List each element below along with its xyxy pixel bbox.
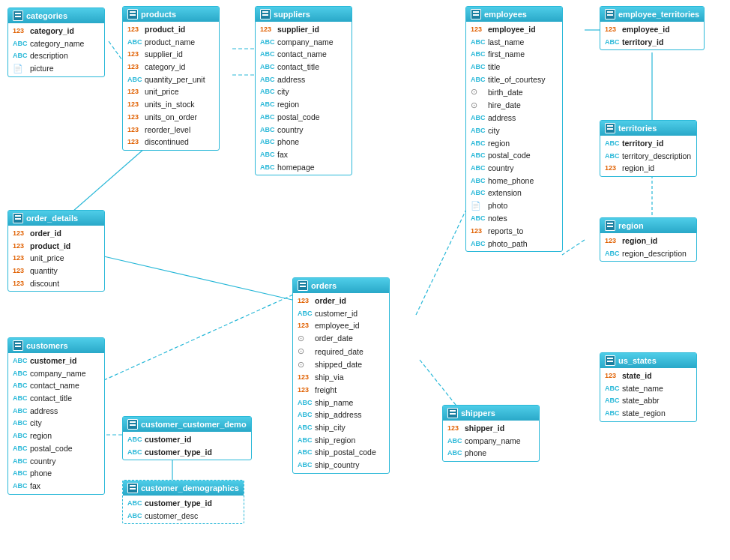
table-order_details: order_details123order_id123product_id123…	[7, 210, 105, 292]
table-row: 123quantity	[8, 265, 104, 277]
table-row: 123reorder_level	[123, 124, 219, 136]
table-row: ⊙hire_date	[466, 99, 562, 112]
field-name: city	[30, 418, 42, 429]
table-row: 123freight	[293, 384, 389, 397]
table-row: ABCregion_description	[600, 247, 696, 260]
field-name: postal_code	[488, 150, 531, 161]
table-row: 123discount	[8, 277, 104, 290]
table-title-customers: customers	[26, 341, 68, 350]
table-icon-shippers	[447, 408, 458, 418]
field-name: title_of_courtesy	[488, 74, 545, 85]
field-name: state_region	[622, 408, 666, 419]
table-icon-region	[605, 220, 615, 231]
field-name: first_name	[488, 49, 525, 60]
table-row: ABCproduct_name	[123, 36, 219, 49]
field-name: units_on_order	[145, 112, 197, 123]
table-row: 123product_id	[123, 23, 219, 36]
field-name: supplier_id	[145, 49, 183, 60]
table-row: ABCship_region	[293, 434, 389, 447]
table-row: ⊙order_date	[293, 332, 389, 345]
table-row: 📄picture	[8, 62, 104, 75]
field-name: employee_id	[315, 320, 360, 331]
field-name: supplier_id	[277, 24, 319, 35]
table-title-territories: territories	[618, 124, 657, 133]
table-row: ABCphoto_path	[466, 238, 562, 250]
field-name: contact_name	[30, 380, 79, 391]
field-name: region	[277, 99, 299, 110]
field-name: customer_id	[145, 434, 191, 445]
table-body-us_states: 123state_idABCstate_nameABCstate_abbrABC…	[600, 368, 696, 421]
field-name: ship_city	[315, 422, 346, 433]
table-body-order_details: 123order_id123product_id123unit_price123…	[8, 226, 104, 291]
field-name: country	[488, 163, 513, 174]
table-icon-customer_demographics	[127, 483, 138, 493]
table-row: ⊙birth_date	[466, 85, 562, 98]
table-icon-customer_customer_demo	[127, 419, 138, 430]
field-name: ship_country	[315, 460, 360, 471]
table-row: ABCcategory_name	[8, 37, 104, 50]
table-row: ABCship_address	[293, 409, 389, 421]
table-body-suppliers: 123supplier_idABCcompany_nameABCcontact_…	[256, 22, 352, 175]
table-row: ABCpostal_code	[8, 442, 104, 455]
field-name: unit_price	[30, 253, 64, 264]
table-row: ABCship_country	[293, 459, 389, 472]
table-row: 123discontinued	[123, 136, 219, 148]
field-name: region_description	[622, 248, 687, 259]
field-name: address	[30, 406, 58, 417]
table-title-orders: orders	[311, 281, 337, 290]
svg-line-5	[82, 285, 315, 390]
field-name: state_name	[622, 383, 663, 394]
field-name: product_id	[30, 241, 70, 252]
table-row: ABCcountry	[466, 162, 562, 175]
field-name: phone	[30, 468, 52, 479]
table-customer_customer_demo: customer_customer_demoABCcustomer_idABCc…	[122, 416, 252, 460]
field-name: discontinued	[145, 136, 189, 148]
table-icon-products	[127, 9, 138, 19]
table-us_states: us_states123state_idABCstate_nameABCstat…	[600, 352, 697, 422]
table-row: ABCcity	[466, 124, 562, 137]
field-name: category_id	[145, 61, 185, 73]
field-name: homepage	[277, 162, 315, 173]
table-row: ABCphone	[8, 467, 104, 480]
field-name: description	[30, 50, 68, 61]
table-row: 123reports_to	[466, 225, 562, 238]
table-row: ABCnotes	[466, 212, 562, 225]
table-title-employee_territories: employee_territories	[618, 10, 699, 19]
table-icon-employees	[471, 9, 481, 19]
table-body-customers: ABCcustomer_idABCcompany_nameABCcontact_…	[8, 353, 104, 494]
field-name: customer_id	[315, 308, 358, 319]
table-row: ABCpostal_code	[256, 111, 352, 124]
table-title-employees: employees	[484, 10, 527, 19]
table-icon-customers	[13, 340, 23, 351]
field-name: hire_date	[488, 100, 521, 111]
table-row: ABCaddress	[466, 112, 562, 124]
table-title-us_states: us_states	[618, 356, 657, 365]
table-row: ABCterritory_description	[600, 150, 696, 163]
table-row: ABCtitle_of_courtesy	[466, 73, 562, 86]
table-row: ABCdescription	[8, 49, 104, 62]
table-row: 123product_id	[8, 240, 104, 253]
field-name: region	[30, 430, 52, 442]
table-orders: orders123order_idABCcustomer_id123employ…	[292, 277, 390, 474]
field-name: company_name	[30, 368, 86, 379]
table-row: ABCcustomer_id	[123, 433, 251, 446]
table-row: ABCstate_abbr	[600, 394, 696, 407]
field-name: order_date	[315, 333, 353, 344]
table-row: ABCship_name	[293, 397, 389, 409]
table-body-employees: 123employee_idABClast_nameABCfirst_nameA…	[466, 22, 562, 251]
table-header-products: products	[123, 7, 219, 22]
field-name: territory_id	[622, 37, 663, 48]
field-name: extension	[488, 187, 522, 199]
table-body-categories: 123category_idABCcategory_nameABCdescrip…	[8, 23, 104, 76]
table-row: ABCcontact_title	[8, 392, 104, 405]
field-name: title	[488, 61, 500, 73]
table-row: ABCcompany_name	[256, 36, 352, 49]
field-name: state_id	[622, 370, 652, 382]
table-header-suppliers: suppliers	[256, 7, 352, 22]
table-title-region: region	[618, 221, 644, 230]
field-name: reorder_level	[145, 124, 190, 136]
table-header-customer_demographics: customer_demographics	[123, 481, 244, 496]
table-row: ABChomepage	[256, 161, 352, 174]
table-icon-categories	[13, 10, 23, 21]
table-header-region: region	[600, 218, 696, 233]
